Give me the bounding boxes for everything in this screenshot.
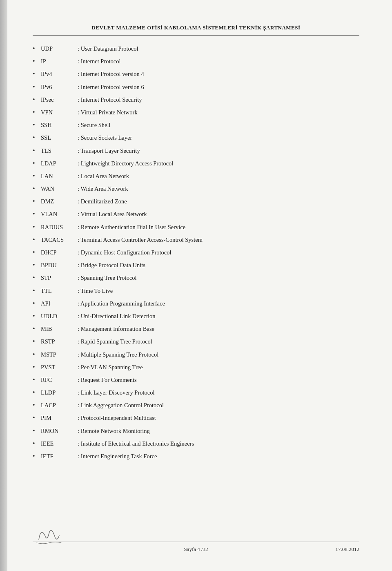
list-item: •API: Application Programming Interface	[33, 298, 359, 309]
list-item: •MSTP: Multiple Spanning Tree Protocol	[33, 349, 359, 360]
term-abbr: RSTP	[41, 337, 78, 347]
term-abbr: SSL	[41, 133, 78, 143]
term-abbr: API	[41, 299, 78, 309]
term-definition: : Time To Live	[78, 286, 359, 296]
term-abbr: UDP	[41, 44, 78, 54]
term-definition: : Uni-Directional Link Detection	[78, 311, 359, 321]
bullet-icon: •	[33, 208, 41, 219]
term-abbr: IETF	[41, 451, 78, 462]
list-item: •IEEE: Institute of Electrical and Elect…	[33, 438, 359, 449]
bullet-icon: •	[33, 221, 41, 232]
term-abbr: IPv4	[41, 69, 78, 79]
term-definition: : Lightweight Directory Access Protocol	[78, 158, 359, 169]
list-item: •BPDU: Bridge Protocol Data Units	[33, 259, 359, 270]
term-definition: : Internet Protocol version 6	[78, 82, 359, 92]
bullet-icon: •	[33, 43, 41, 54]
term-abbr: PVST	[41, 362, 78, 372]
term-definition: : Bridge Protocol Data Units	[78, 260, 359, 270]
list-item: •TACACS: Terminal Access Controller Acce…	[33, 234, 359, 245]
bullet-icon: •	[33, 170, 41, 181]
list-item: •VPN: Virtual Private Network	[33, 107, 359, 118]
term-definition: : Request For Comments	[78, 375, 359, 385]
term-definition: : Remote Network Monitoring	[78, 426, 359, 436]
footer-page-info: Sayfa 4 /32	[184, 546, 208, 553]
term-definition: : Spanning Tree Protocol	[78, 273, 359, 283]
term-definition: : Internet Protocol	[78, 56, 359, 67]
list-item: •LACP: Link Aggregation Control Protocol	[33, 399, 359, 410]
list-item: •UDP: User Datagram Protocol	[33, 43, 359, 54]
bullet-icon: •	[33, 451, 41, 462]
list-item: •LLDP: Link Layer Discovery Protocol	[33, 387, 359, 398]
list-item: •PIM: Protocol-Independent Multicast	[33, 412, 359, 423]
list-item: •RADIUS: Remote Authentication Dial In U…	[33, 221, 359, 232]
term-abbr: STP	[41, 273, 78, 283]
term-definition: : Link Aggregation Control Protocol	[78, 400, 359, 410]
term-definition: : Dynamic Host Configuration Protocol	[78, 248, 359, 258]
term-abbr: IP	[41, 56, 78, 67]
list-item: •VLAN: Virtual Local Area Network	[33, 208, 359, 219]
footer-date: 17.08.2012	[336, 546, 360, 553]
term-abbr: TACACS	[41, 235, 78, 245]
list-item: •DMZ: Demilitarized Zone	[33, 196, 359, 207]
bullet-icon: •	[33, 374, 41, 385]
bullet-icon: •	[33, 438, 41, 449]
term-definition: : Remote Authentication Dial In User Ser…	[78, 222, 359, 232]
term-abbr: DMZ	[41, 196, 78, 207]
term-abbr: TLS	[41, 146, 78, 156]
term-abbr: PIM	[41, 413, 78, 423]
term-abbr: LAN	[41, 171, 78, 181]
list-item: •IPsec: Internet Protocol Security	[33, 94, 359, 105]
term-abbr: MIB	[41, 324, 78, 334]
bullet-icon: •	[33, 272, 41, 283]
term-definition: : Multiple Spanning Tree Protocol	[78, 350, 359, 360]
term-definition: : Terminal Access Controller Access-Cont…	[78, 235, 359, 245]
term-definition: : Application Programming Interface	[78, 299, 359, 309]
term-list: •UDP: User Datagram Protocol•IP: Interne…	[33, 43, 359, 462]
list-item: •IPv4: Internet Protocol version 4	[33, 68, 359, 79]
term-definition: : Internet Protocol version 4	[78, 69, 359, 79]
bullet-icon: •	[33, 361, 41, 372]
term-definition: : Wide Area Network	[78, 184, 359, 194]
list-item: •STP: Spanning Tree Protocol	[33, 272, 359, 283]
bullet-icon: •	[33, 234, 41, 245]
list-item: •SSL: Secure Sockets Layer	[33, 132, 359, 143]
term-definition: : User Datagram Protocol	[78, 44, 359, 54]
bullet-icon: •	[33, 68, 41, 79]
bullet-icon: •	[33, 387, 41, 398]
term-abbr: LLDP	[41, 388, 78, 398]
term-abbr: WAN	[41, 184, 78, 194]
bullet-icon: •	[33, 56, 41, 67]
term-abbr: DHCP	[41, 248, 78, 258]
term-definition: : Demilitarized Zone	[78, 196, 359, 207]
list-item: •RSTP: Rapid Spanning Tree Protocol	[33, 336, 359, 347]
bullet-icon: •	[33, 425, 41, 436]
term-definition: : Secure Sockets Layer	[78, 133, 359, 143]
term-abbr: SSH	[41, 120, 78, 130]
term-abbr: RMON	[41, 426, 78, 436]
term-definition: : Virtual Local Area Network	[78, 209, 359, 219]
term-definition: : Per-VLAN Spanning Tree	[78, 362, 359, 372]
term-abbr: UDLD	[41, 311, 78, 321]
bullet-icon: •	[33, 323, 41, 334]
list-item: •RMON: Remote Network Monitoring	[33, 425, 359, 436]
term-abbr: IPsec	[41, 95, 78, 105]
bullet-icon: •	[33, 132, 41, 143]
list-item: •RFC: Request For Comments	[33, 374, 359, 385]
bullet-icon: •	[33, 158, 41, 169]
bullet-icon: •	[33, 399, 41, 410]
list-item: •LDAP: Lightweight Directory Access Prot…	[33, 158, 359, 169]
term-definition: : Secure Shell	[78, 120, 359, 130]
list-item: •IP: Internet Protocol	[33, 56, 359, 67]
term-definition: : Transport Layer Security	[78, 146, 359, 156]
term-definition: : Internet Protocol Security	[78, 95, 359, 105]
bullet-icon: •	[33, 336, 41, 347]
term-definition: : Internet Engineering Task Force	[78, 451, 359, 462]
bullet-icon: •	[33, 412, 41, 423]
list-item: •MIB: Management Information Base	[33, 323, 359, 334]
list-item: •PVST: Per-VLAN Spanning Tree	[33, 361, 359, 372]
list-item: •SSH: Secure Shell	[33, 119, 359, 130]
bullet-icon: •	[33, 183, 41, 194]
term-definition: : Institute of Electrical and Electronic…	[78, 439, 359, 449]
term-definition: : Virtual Private Network	[78, 107, 359, 118]
bullet-icon: •	[33, 196, 41, 207]
